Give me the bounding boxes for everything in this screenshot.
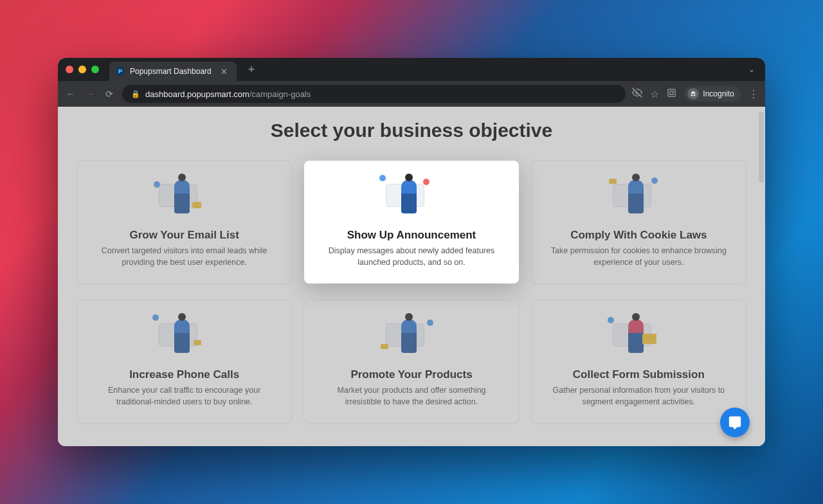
incognito-label: Incognito bbox=[703, 89, 734, 98]
browser-toolbar: ← → ⟳ 🔒 dashboard.popupsmart.com/campaig… bbox=[58, 81, 765, 107]
objective-description: Display messages about newly added featu… bbox=[320, 246, 503, 268]
objective-title: Grow Your Email List bbox=[129, 229, 239, 242]
window-controls bbox=[66, 66, 99, 73]
url-domain: dashboard.popupsmart.com bbox=[145, 89, 249, 99]
objective-card[interactable]: Grow Your Email ListConvert targeted vis… bbox=[77, 161, 291, 284]
objective-illustration bbox=[606, 175, 671, 220]
objective-description: Gather personal information from your vi… bbox=[547, 385, 730, 408]
objective-illustration bbox=[379, 314, 444, 359]
objective-card[interactable]: Promote Your ProductsMarket your product… bbox=[304, 300, 518, 423]
maximize-window-button[interactable] bbox=[91, 66, 99, 73]
objective-description: Enhance your call traffic to encourage y… bbox=[93, 385, 276, 408]
extensions-icon[interactable] bbox=[667, 88, 676, 100]
incognito-icon bbox=[687, 88, 699, 100]
reload-button[interactable]: ⟳ bbox=[103, 89, 116, 99]
toolbar-right: ☆ Incognito ⋮ bbox=[632, 86, 759, 102]
objective-description: Convert targeted visitors into email lea… bbox=[93, 246, 276, 268]
svg-rect-1 bbox=[670, 91, 673, 94]
back-button[interactable]: ← bbox=[64, 89, 77, 99]
browser-menu-icon[interactable]: ⋮ bbox=[748, 88, 759, 100]
close-tab-icon[interactable]: ✕ bbox=[221, 67, 228, 76]
objective-card[interactable]: Increase Phone CallsEnhance your call tr… bbox=[77, 300, 291, 423]
desktop-background: P Popupsmart Dashboard ✕ + ⌄ ← → ⟳ 🔒 das… bbox=[0, 0, 823, 504]
chat-widget-button[interactable] bbox=[720, 408, 750, 437]
objective-title: Promote Your Products bbox=[350, 368, 472, 381]
bookmark-star-icon[interactable]: ☆ bbox=[650, 88, 659, 100]
new-tab-button[interactable]: + bbox=[248, 63, 255, 76]
eye-off-icon[interactable] bbox=[632, 87, 642, 100]
objective-illustration bbox=[606, 314, 671, 359]
tab-favicon: P bbox=[116, 67, 125, 76]
objective-title: Increase Phone Calls bbox=[129, 368, 239, 381]
svg-rect-0 bbox=[668, 89, 675, 96]
objective-card[interactable]: Show Up AnnouncementDisplay messages abo… bbox=[304, 161, 518, 284]
objective-description: Take permission for cookies to enhance b… bbox=[547, 246, 730, 268]
tab-title: Popupsmart Dashboard bbox=[130, 67, 212, 76]
tab-bar: P Popupsmart Dashboard ✕ + ⌄ bbox=[58, 58, 765, 81]
objective-title: Show Up Announcement bbox=[347, 229, 476, 242]
objective-title: Comply With Cookie Laws bbox=[570, 229, 707, 242]
scrollbar-thumb[interactable] bbox=[759, 112, 764, 183]
browser-tab[interactable]: P Popupsmart Dashboard ✕ bbox=[109, 62, 237, 81]
objective-cards-grid: Grow Your Email ListConvert targeted vis… bbox=[77, 161, 746, 423]
objective-card[interactable]: Collect Form SubmissionGather personal i… bbox=[532, 300, 746, 423]
page-content: Select your business objective Grow Your… bbox=[58, 107, 765, 446]
objective-description: Market your products and offer something… bbox=[320, 385, 503, 408]
browser-window: P Popupsmart Dashboard ✕ + ⌄ ← → ⟳ 🔒 das… bbox=[58, 58, 765, 446]
objective-illustration bbox=[152, 314, 217, 359]
page-title: Select your business objective bbox=[77, 120, 746, 141]
close-window-button[interactable] bbox=[66, 66, 73, 73]
lock-icon: 🔒 bbox=[131, 90, 140, 98]
objective-illustration bbox=[379, 175, 444, 220]
forward-button: → bbox=[84, 89, 96, 99]
incognito-badge[interactable]: Incognito bbox=[684, 86, 741, 102]
objective-illustration bbox=[152, 175, 217, 220]
minimize-window-button[interactable] bbox=[78, 66, 86, 73]
url-path: /campaign-goals bbox=[249, 89, 311, 99]
tabs-dropdown-icon[interactable]: ⌄ bbox=[748, 65, 755, 74]
objective-title: Collect Form Submission bbox=[573, 368, 705, 381]
objective-card[interactable]: Comply With Cookie LawsTake permission f… bbox=[532, 161, 746, 284]
address-bar[interactable]: 🔒 dashboard.popupsmart.com/campaign-goal… bbox=[122, 85, 626, 103]
